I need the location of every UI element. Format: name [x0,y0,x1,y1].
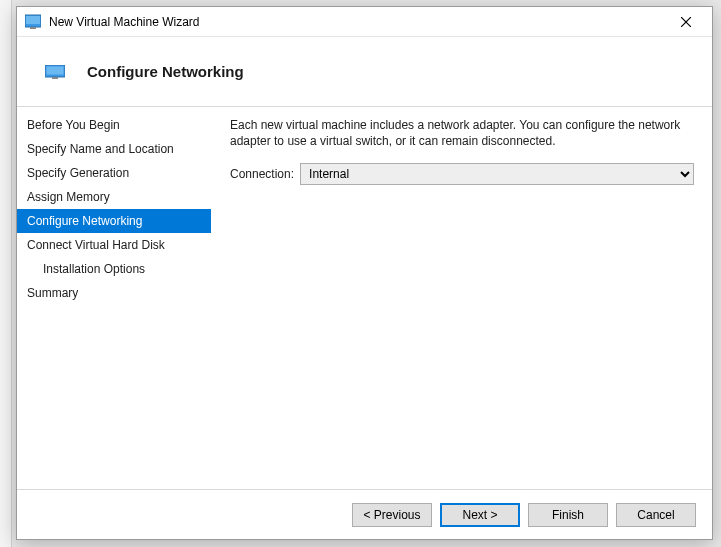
wizard-step[interactable]: Connect Virtual Hard Disk [17,233,211,257]
svg-rect-7 [52,77,58,79]
wizard-step[interactable]: Configure Networking [17,209,211,233]
svg-rect-6 [47,66,64,74]
wizard-step[interactable]: Before You Begin [17,113,211,137]
previous-button[interactable]: < Previous [352,503,432,527]
monitor-icon [45,65,65,79]
connection-row: Connection: Internal [230,163,694,185]
description-text: Each new virtual machine includes a netw… [230,117,694,149]
page-header: Configure Networking [17,37,712,107]
wizard-content: Each new virtual machine includes a netw… [212,107,712,489]
titlebar: New Virtual Machine Wizard [17,7,712,37]
app-icon [25,14,41,30]
wizard-body: Before You BeginSpecify Name and Locatio… [17,107,712,489]
close-button[interactable] [666,8,706,36]
wizard-footer: < Previous Next > Finish Cancel [17,489,712,539]
wizard-step[interactable]: Specify Generation [17,161,211,185]
finish-button[interactable]: Finish [528,503,608,527]
wizard-step[interactable]: Installation Options [17,257,211,281]
page-title: Configure Networking [87,63,244,80]
wizard-step[interactable]: Assign Memory [17,185,211,209]
cancel-button[interactable]: Cancel [616,503,696,527]
svg-rect-1 [26,16,40,24]
next-button[interactable]: Next > [440,503,520,527]
wizard-step[interactable]: Specify Name and Location [17,137,211,161]
wizard-steps-sidebar: Before You BeginSpecify Name and Locatio… [17,107,212,489]
connection-dropdown[interactable]: Internal [300,163,694,185]
wizard-dialog: New Virtual Machine Wizard Configure Net… [16,6,713,540]
window-title: New Virtual Machine Wizard [49,15,666,29]
svg-rect-2 [30,27,36,29]
connection-label: Connection: [230,167,294,181]
wizard-step[interactable]: Summary [17,281,211,305]
